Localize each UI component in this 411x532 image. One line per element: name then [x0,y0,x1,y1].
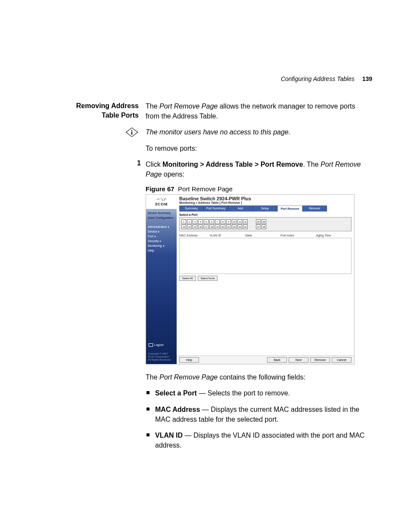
port-grid-row2: 131415161718192021222324 [181,224,248,229]
port-selector: 123456789101112 131415161718192021222324… [179,217,352,231]
port-grid-ext2: 2728 [256,224,267,229]
field-list: Select a Port — Selects the port to remo… [146,388,370,450]
tab-port-remove[interactable]: Port Remove [277,205,302,212]
port-24[interactable]: 24 [243,224,248,229]
col-mac: MAC Address [179,234,209,237]
sidebar-item-security[interactable]: Security [148,239,175,243]
col-vlan: VLAN ID [209,234,245,237]
select-port-label: Select a Port [179,213,352,216]
sidebar-primary: Device Summary Save Configuration [146,209,177,222]
main-panel: Baseline Switch 2924-PWR Plus Monitoring… [177,195,354,364]
section-title-line2: Table Ports [102,112,139,119]
cancel-button[interactable]: Cancel [332,357,352,363]
sidebar-item-device-summary[interactable]: Device Summary [148,211,175,215]
port-15[interactable]: 15 [193,224,197,229]
step-number: 1 [137,159,141,167]
col-port-index: Port Index [280,234,316,237]
tab-summary[interactable]: Summary [179,205,204,212]
step-1: 1 Click Monitoring > Address Table > Por… [137,159,370,364]
port-16[interactable]: 16 [198,224,203,229]
breadcrumb: Monitoring > Address Table [ Port Remove… [177,201,354,205]
figure-screenshot: 3COM Device Summary Save Configuration A… [146,194,355,364]
sidebar-item-port[interactable]: Port [148,234,175,239]
tab-add[interactable]: Add [228,205,253,212]
col-state: State [245,234,281,237]
table-body [179,238,352,274]
col-aging: Aging Time [316,234,352,237]
sidebar-item-administration[interactable]: Administration [148,224,175,229]
section-title-line1: Removing Address [76,102,139,109]
port-28[interactable]: 28 [262,224,266,229]
port-23[interactable]: 23 [237,224,242,229]
port-17[interactable]: 17 [204,224,209,229]
port-10[interactable]: 10 [232,219,237,224]
tab-bar: Summary Port Summary Add Setup Port Remo… [177,205,354,212]
field-select-port: Select a Port — Selects the port to remo… [146,388,370,398]
brand-logo: 3COM [146,195,177,209]
info-icon [125,127,139,138]
port-20[interactable]: 20 [221,224,225,229]
access-note: The monitor users have no access to this… [146,127,370,137]
port-2[interactable]: 2 [187,219,192,224]
select-port-panel: Select a Port 123456789101112 1314151617… [179,213,352,231]
selection-buttons: Select All Select None [179,276,352,281]
port-13[interactable]: 13 [181,224,186,229]
port-22[interactable]: 22 [232,224,237,229]
port-19[interactable]: 19 [215,224,220,229]
port-3[interactable]: 3 [193,219,197,224]
fields-lead: The Port Remove Page contains the follow… [146,372,370,382]
back-button[interactable]: Back [267,357,287,363]
logout-link[interactable]: Logout [149,343,163,347]
tab-setup[interactable]: Setup [253,205,277,212]
sidebar-item-device[interactable]: Device [148,229,175,234]
page-number: 139 [362,75,372,82]
sidebar-item-monitoring[interactable]: Monitoring [148,243,175,248]
help-button[interactable]: Help [179,357,199,363]
port-11[interactable]: 11 [237,219,242,224]
device-title: Baseline Switch 2924-PWR Plus [177,195,354,201]
sidebar-item-help[interactable]: Help [148,248,175,253]
port-26[interactable]: 26 [262,219,266,224]
tab-port-summary[interactable]: Port Summary [204,205,228,212]
port-grid-ext1: 2526 [256,219,267,224]
port-7[interactable]: 7 [215,219,220,224]
port-6[interactable]: 6 [209,219,214,224]
to-remove-lead: To remove ports: [146,143,370,153]
section-title: Removing Address Table Ports [39,101,139,120]
next-button[interactable]: Next [289,357,308,363]
svg-point-1 [131,130,133,131]
running-header-text: Configuring Address Tables [281,75,355,82]
select-none-button[interactable]: Select None [198,276,218,281]
nav-path: Monitoring > Address Table > Port Remove [162,161,303,168]
field-vlan-id: VLAN ID — Displays the VLAN ID associate… [146,430,370,450]
tab-remove[interactable]: Remove [302,205,327,212]
port-14[interactable]: 14 [187,224,192,229]
port-5[interactable]: 5 [204,219,209,224]
port-9[interactable]: 9 [226,219,231,224]
footer-bar: Help Back Next Remove Cancel [177,355,354,364]
field-mac-address: MAC Address — Displays the current MAC a… [146,404,370,424]
term-port-remove-page: Port Remove Page [159,103,218,110]
port-27[interactable]: 27 [256,224,261,229]
port-1[interactable]: 1 [181,219,186,224]
intro-paragraph: The Port Remove Page allows the network … [146,101,370,121]
select-all-button[interactable]: Select All [179,276,196,281]
copyright: Copyright © 2007 3Com Corporation. All R… [148,352,171,362]
port-4[interactable]: 4 [198,219,203,224]
table-header: MAC Address VLAN ID State Port Index Agi… [179,234,352,237]
remove-button[interactable]: Remove [310,357,330,363]
sidebar-secondary: Administration Device Port Security Moni… [146,223,177,255]
svg-rect-2 [131,132,132,135]
sidebar: 3COM Device Summary Save Configuration A… [146,195,177,364]
port-25[interactable]: 25 [256,219,261,224]
port-8[interactable]: 8 [221,219,225,224]
port-12[interactable]: 12 [243,219,248,224]
figure-caption: Figure 67 Port Remove Page [146,185,370,193]
port-grid-row1: 123456789101112 [181,219,248,224]
running-header: Configuring Address Tables 139 [281,75,372,82]
sidebar-item-save-config[interactable]: Save Configuration [148,215,175,220]
port-21[interactable]: 21 [226,224,231,229]
port-18[interactable]: 18 [209,224,214,229]
